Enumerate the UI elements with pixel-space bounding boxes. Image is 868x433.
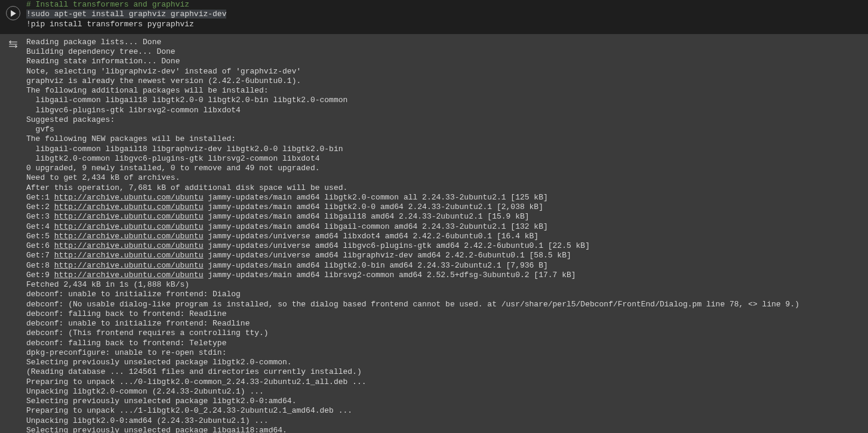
output-get-line: Get:1 http://archive.ubuntu.com/ubuntu j… [26,193,548,202]
output-line: debconf: (This frontend requires a contr… [26,328,269,337]
code-line-3: !pip install transformers pygraphviz [26,20,194,29]
output-toggle-icon[interactable] [8,39,19,53]
output-line: The following additional packages will b… [26,86,269,95]
output-get-line: Get:7 http://archive.ubuntu.com/ubuntu j… [26,251,571,260]
output-get-line: Get:6 http://archive.ubuntu.com/ubuntu j… [26,241,590,250]
archive-link[interactable]: http://archive.ubuntu.com/ubuntu [54,202,204,211]
output-line: Selecting previously unselected package … [26,426,287,433]
output-line: dpkg-preconfigure: unable to re-open std… [26,348,226,357]
output-line: After this operation, 7,681 kB of additi… [26,183,347,192]
run-cell-button[interactable] [6,6,20,20]
output-gutter [0,38,26,433]
output-line: Need to get 2,434 kB of archives. [26,173,180,182]
sliders-icon [8,39,19,50]
output-line: libgtk2.0-common libgvc6-plugins-gtk lib… [26,154,319,163]
output-get-line: Get:2 http://archive.ubuntu.com/ubuntu j… [26,202,543,211]
archive-link[interactable]: http://archive.ubuntu.com/ubuntu [54,222,204,231]
output-line: Unpacking libgtk2.0-0:amd64 (2.24.33-2ub… [26,416,269,425]
output-line: Selecting previously unselected package … [26,397,296,406]
output-line: Reading state information... Done [26,57,180,66]
output-line: libgail-common libgail18 libgtk2.0-0 lib… [26,96,347,105]
output-line: libgail-common libgail18 libgraphviz-dev… [26,145,343,153]
output-line: The following NEW packages will be insta… [26,134,236,143]
output-line: Note, selecting 'libgraphviz-dev' instea… [26,67,301,76]
output-line: gvfs [26,125,54,134]
code-cell: # Install transformers and graphviz !sud… [0,0,868,34]
archive-link[interactable]: http://archive.ubuntu.com/ubuntu [54,251,204,260]
output-line: libgvc6-plugins-gtk librsvg2-common libx… [26,106,241,115]
archive-link[interactable]: http://archive.ubuntu.com/ubuntu [54,261,204,270]
output-line: Selecting previously unselected package … [26,358,292,367]
output-line: Unpacking libgtk2.0-common (2.24.33-2ubu… [26,387,264,396]
archive-link[interactable]: http://archive.ubuntu.com/ubuntu [54,193,204,202]
output-line: Reading package lists... Done [26,38,161,47]
code-editor[interactable]: # Install transformers and graphviz !sud… [26,0,868,29]
output-line: debconf: falling back to frontend: Telet… [26,339,226,348]
output-line: graphviz is already the newest version (… [26,76,301,85]
output-get-line: Get:3 http://archive.ubuntu.com/ubuntu j… [26,212,530,221]
archive-link[interactable]: http://archive.ubuntu.com/ubuntu [54,271,204,280]
output-get-line: Get:8 http://archive.ubuntu.com/ubuntu j… [26,261,548,270]
code-gutter [0,0,26,29]
output-line: Preparing to unpack .../1-libgtk2.0-0_2.… [26,406,352,415]
code-line-2: !sudo apt-get install graphviz graphviz-… [26,10,226,19]
output-get-line: Get:9 http://archive.ubuntu.com/ubuntu j… [26,271,576,280]
output-line: debconf: falling back to frontend: Readl… [26,309,226,318]
output-get-line: Get:4 http://archive.ubuntu.com/ubuntu j… [26,222,548,231]
output-cell: Reading package lists... Done Building d… [0,34,868,433]
archive-link[interactable]: http://archive.ubuntu.com/ubuntu [54,212,204,221]
archive-link[interactable]: http://archive.ubuntu.com/ubuntu [54,241,204,250]
output-line: 0 upgraded, 9 newly installed, 0 to remo… [26,164,319,173]
output-line: debconf: unable to initialize frontend: … [26,319,250,328]
output-line: debconf: (No usable dialog-like program … [26,300,799,309]
archive-link[interactable]: http://archive.ubuntu.com/ubuntu [54,232,204,241]
output-line: Preparing to unpack .../0-libgtk2.0-comm… [26,377,367,386]
output-get-line: Get:5 http://archive.ubuntu.com/ubuntu j… [26,232,538,241]
output-line: debconf: unable to initialize frontend: … [26,290,241,299]
output-line: Fetched 2,434 kB in 1s (1,888 kB/s) [26,280,189,289]
code-comment: # Install transformers and graphviz [26,0,189,9]
play-icon [10,10,17,17]
output-text[interactable]: Reading package lists... Done Building d… [26,38,868,433]
output-line: Building dependency tree... Done [26,47,176,56]
output-line: Suggested packages: [26,115,115,124]
output-line: (Reading database ... 124561 files and d… [26,367,362,376]
